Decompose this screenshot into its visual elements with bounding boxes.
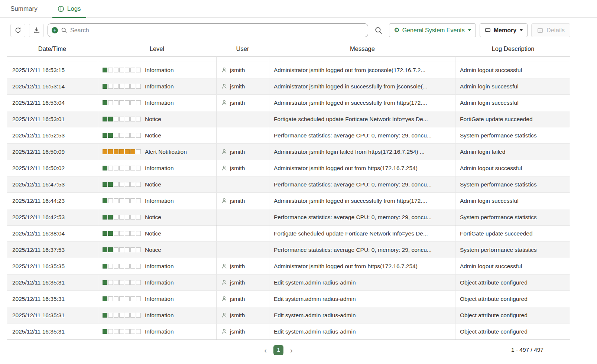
table-row[interactable]: 2025/12/11 16:38:04 Notice Fortigate sch… bbox=[7, 225, 570, 241]
table-row[interactable]: 2025/12/11 16:44:23 Information jsmith A… bbox=[7, 192, 570, 209]
cell-user: jsmith bbox=[217, 291, 269, 307]
table-row[interactable]: 2025/12/11 16:53:14 Information jsmith A… bbox=[7, 78, 570, 94]
table-row[interactable]: 2025/12/11 16:47:53 Notice Performance s… bbox=[7, 176, 570, 192]
cell-user: jsmith bbox=[217, 62, 269, 78]
table-row[interactable]: 2025/12/11 16:53:01 Notice Fortigate sch… bbox=[7, 111, 570, 127]
user-icon bbox=[221, 279, 227, 286]
cell-datetime: 2025/12/11 16:37:53 bbox=[7, 242, 98, 258]
table-row[interactable]: 2025/12/11 16:53:15 Information jsmith A… bbox=[7, 62, 570, 78]
level-label: Information bbox=[145, 263, 174, 270]
search-submit-button[interactable] bbox=[372, 24, 385, 37]
cell-level: Notice bbox=[98, 242, 217, 258]
column-header-datetime[interactable]: Date/Time bbox=[7, 45, 98, 52]
event-category-label: General System Events bbox=[402, 27, 465, 34]
cell-description: Admin login failed bbox=[455, 144, 570, 160]
add-filter-icon[interactable]: + bbox=[52, 27, 58, 33]
level-label: Notice bbox=[145, 116, 161, 123]
cell-level: Information bbox=[98, 95, 217, 111]
cell-level: Notice bbox=[98, 209, 217, 225]
prev-page-button[interactable]: ‹ bbox=[263, 346, 268, 354]
user-icon bbox=[221, 100, 227, 106]
user-label: jsmith bbox=[230, 67, 245, 74]
search-input[interactable] bbox=[70, 27, 364, 34]
cell-description: Admin logout successful bbox=[455, 258, 570, 274]
column-header-message[interactable]: Message bbox=[269, 45, 456, 52]
current-page-button[interactable]: 1 bbox=[273, 345, 283, 355]
cell-level: Notice bbox=[98, 111, 217, 127]
cell-datetime: 2025/12/11 16:35:31 bbox=[7, 324, 98, 339]
next-page-button[interactable]: › bbox=[289, 346, 294, 354]
cell-level: Notice bbox=[98, 127, 217, 143]
column-header-level[interactable]: Level bbox=[98, 45, 216, 52]
page-range-label: 1 - 497 / 497 bbox=[511, 347, 544, 353]
tab-logs-label: Logs bbox=[67, 5, 81, 13]
level-bar bbox=[103, 117, 141, 121]
user-label: jsmith bbox=[230, 83, 245, 90]
download-button[interactable] bbox=[29, 24, 44, 37]
user-label: jsmith bbox=[230, 263, 245, 270]
level-bar bbox=[103, 166, 141, 170]
memory-icon bbox=[484, 27, 491, 34]
level-label: Notice bbox=[145, 214, 161, 221]
log-toolbar: + ⚙ General System Events Memor bbox=[10, 23, 570, 37]
cell-description: Admin logout successful bbox=[455, 62, 570, 78]
column-header-description[interactable]: Log Description bbox=[456, 45, 570, 52]
level-label: Alert Notification bbox=[145, 149, 187, 155]
cell-level: Information bbox=[98, 324, 217, 339]
level-bar bbox=[103, 198, 141, 203]
user-label: jsmith bbox=[230, 279, 245, 286]
user-icon bbox=[221, 67, 227, 73]
cell-description: Object attribute configured bbox=[455, 291, 570, 307]
cell-level: Information bbox=[98, 62, 217, 78]
level-bar bbox=[103, 247, 141, 252]
table-row[interactable]: 2025/12/11 16:35:31 Information jsmith E… bbox=[7, 290, 570, 307]
user-label: jsmith bbox=[230, 165, 245, 172]
cell-message: Administrator jsmith logged out from htt… bbox=[269, 258, 455, 274]
tab-summary[interactable]: Summary bbox=[7, 0, 40, 17]
cell-datetime: 2025/12/11 16:50:02 bbox=[7, 160, 98, 176]
user-icon bbox=[221, 328, 227, 335]
details-label: Details bbox=[546, 27, 565, 34]
cell-user: jsmith bbox=[217, 95, 269, 111]
cell-datetime: 2025/12/11 16:38:04 bbox=[7, 225, 98, 241]
column-header-user[interactable]: User bbox=[216, 45, 269, 52]
log-source-dropdown[interactable]: Memory bbox=[480, 23, 528, 37]
cell-user: jsmith bbox=[217, 160, 269, 176]
cell-datetime: 2025/12/11 16:52:53 bbox=[7, 127, 98, 143]
info-circle-icon bbox=[58, 6, 64, 12]
level-label: Notice bbox=[145, 230, 161, 237]
cell-level: Information bbox=[98, 291, 217, 307]
cell-datetime: 2025/12/11 16:42:53 bbox=[7, 209, 98, 225]
table-row[interactable]: 2025/12/11 16:50:02 Information jsmith A… bbox=[7, 160, 570, 176]
cell-description: System performance statistics bbox=[455, 176, 570, 192]
user-label: jsmith bbox=[230, 328, 245, 335]
cell-description: Admin login successful bbox=[455, 95, 570, 111]
table-row[interactable]: 2025/12/11 16:52:53 Notice Performance s… bbox=[7, 127, 570, 143]
search-icon bbox=[61, 27, 67, 33]
cell-level: Information bbox=[98, 78, 217, 94]
table-row[interactable]: 2025/12/11 16:42:53 Notice Performance s… bbox=[7, 209, 570, 225]
cell-user: jsmith bbox=[217, 274, 269, 290]
table-row[interactable]: 2025/12/11 16:53:04 Information jsmith A… bbox=[7, 94, 570, 111]
level-bar bbox=[103, 280, 141, 285]
table-row[interactable]: 2025/12/11 16:37:53 Notice Performance s… bbox=[7, 241, 570, 258]
level-bar bbox=[103, 133, 141, 138]
cell-description: Object attribute configured bbox=[455, 274, 570, 290]
table-row[interactable]: 2025/12/11 16:35:35 Information jsmith A… bbox=[7, 258, 570, 274]
event-category-dropdown[interactable]: ⚙ General System Events bbox=[389, 23, 476, 37]
cell-user: jsmith bbox=[217, 258, 269, 274]
level-bar bbox=[103, 182, 141, 187]
table-row[interactable]: 2025/12/11 16:50:09 Alert Notification j… bbox=[7, 143, 570, 160]
table-row[interactable]: 2025/12/11 16:35:31 Information jsmith E… bbox=[7, 323, 570, 339]
refresh-button[interactable] bbox=[10, 24, 25, 37]
chevron-down-icon bbox=[468, 29, 471, 31]
cell-message: Edit system.admin radius-admin bbox=[269, 291, 455, 307]
log-source-label: Memory bbox=[494, 27, 516, 34]
table-row[interactable]: 2025/12/11 16:35:31 Information jsmith E… bbox=[7, 274, 570, 290]
cell-level: Information bbox=[98, 274, 217, 290]
tab-logs[interactable]: Logs bbox=[55, 0, 84, 17]
details-button[interactable]: Details bbox=[531, 23, 570, 37]
level-label: Information bbox=[145, 67, 174, 74]
table-row[interactable]: 2025/12/11 16:35:31 Information jsmith E… bbox=[7, 307, 570, 323]
cell-user bbox=[217, 127, 269, 143]
